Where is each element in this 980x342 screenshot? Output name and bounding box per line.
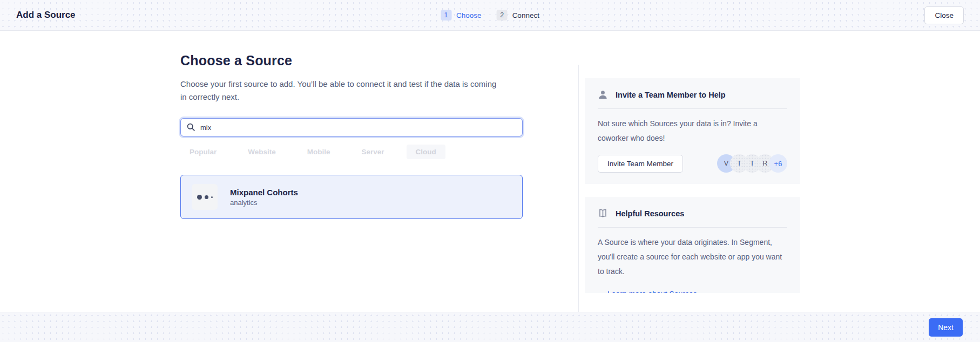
mixpanel-logo-icon <box>192 184 218 210</box>
invite-team-card: Invite a Team Member to Help Not sure wh… <box>585 78 800 184</box>
section-heading: Choose a Source <box>180 53 523 69</box>
tab-cloud[interactable]: Cloud <box>407 145 445 159</box>
category-tabs: Popular Website Mobile Server Cloud <box>180 145 523 159</box>
search-icon <box>186 122 195 132</box>
add-source-dialog: Add a Source 1 Choose 2 Connect Close Ch… <box>0 0 980 342</box>
divider <box>598 108 787 109</box>
resource-list-item: Learn more about Sources <box>598 290 787 293</box>
invite-row: Invite Team Member V T T R +6 <box>598 154 787 173</box>
header: Add a Source 1 Choose 2 Connect Close <box>0 0 980 31</box>
footer-bar: Next <box>0 312 980 342</box>
stepper: 1 Choose 2 Connect <box>441 10 539 20</box>
tab-server[interactable]: Server <box>353 145 394 159</box>
tab-popular[interactable]: Popular <box>180 145 226 159</box>
invite-card-header: Invite a Team Member to Help <box>598 90 787 100</box>
section-description: Choose your first source to add. You’ll … <box>180 78 500 104</box>
step-label: Choose <box>456 11 482 19</box>
book-icon <box>598 208 608 218</box>
choose-source-panel: Choose a Source Choose your first source… <box>180 53 523 219</box>
resources-card-body: A Source is where your data originates. … <box>598 235 787 279</box>
step-choose[interactable]: 1 Choose <box>441 10 482 20</box>
team-avatar-stack: V T T R +6 <box>717 154 787 173</box>
search-input[interactable] <box>180 118 523 136</box>
step-number-badge: 2 <box>497 10 508 20</box>
tab-mobile[interactable]: Mobile <box>298 145 340 159</box>
main-area: Choose a Source Choose your first source… <box>0 31 980 312</box>
avatar-overflow-count: +6 <box>769 154 787 173</box>
sidebar-divider <box>578 65 579 325</box>
learn-more-sources-link[interactable]: Learn more about Sources <box>607 290 697 293</box>
source-name: Mixpanel Cohorts <box>230 188 298 197</box>
step-label: Connect <box>512 11 539 19</box>
step-connect[interactable]: 2 Connect <box>497 10 539 20</box>
tab-website[interactable]: Website <box>239 145 285 159</box>
person-icon <box>598 90 608 100</box>
helpful-resources-card: Helpful Resources A Source is where your… <box>585 197 800 293</box>
invite-card-title: Invite a Team Member to Help <box>616 91 726 99</box>
source-search <box>180 118 523 136</box>
close-button[interactable]: Close <box>924 6 964 24</box>
invite-card-body: Not sure which Sources your data is in? … <box>598 117 787 146</box>
source-result-mixpanel-cohorts[interactable]: Mixpanel Cohorts analytics <box>180 175 523 219</box>
source-category: analytics <box>230 199 298 207</box>
page-title: Add a Source <box>16 10 76 20</box>
result-text: Mixpanel Cohorts analytics <box>230 188 298 207</box>
invite-team-member-button[interactable]: Invite Team Member <box>598 155 683 173</box>
step-number-badge: 1 <box>441 10 451 20</box>
bullet-icon <box>598 293 600 293</box>
resources-card-header: Helpful Resources <box>598 208 787 218</box>
resources-link-list: Learn more about Sources <box>598 290 787 293</box>
resources-card-title: Helpful Resources <box>616 209 684 218</box>
divider <box>598 227 787 228</box>
next-button[interactable]: Next <box>929 318 963 337</box>
